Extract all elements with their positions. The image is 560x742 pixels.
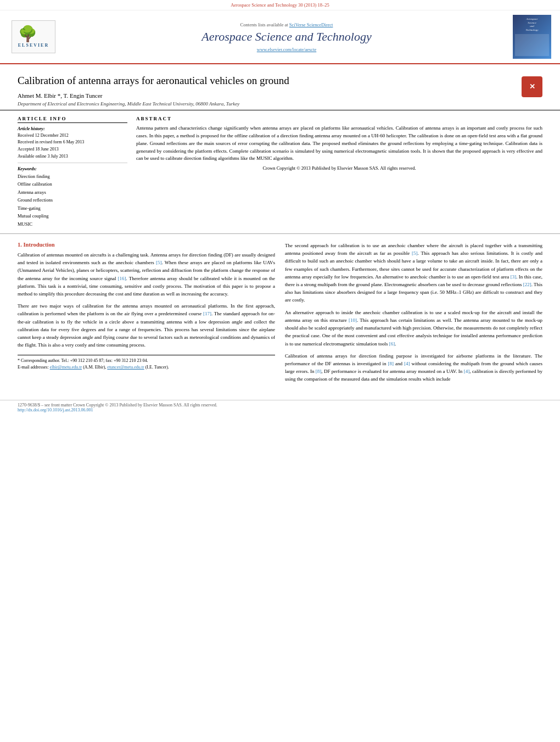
- doi-link[interactable]: http://dx.doi.org/10.1016/j.ast.2013.06.…: [18, 408, 93, 412]
- keyword-1: Direction finding: [18, 172, 127, 180]
- sciverse-link[interactable]: SciVerse ScienceDirect: [289, 22, 333, 27]
- ref-5[interactable]: [5]: [156, 260, 162, 265]
- article-info-heading: ARTICLE INFO: [18, 116, 127, 123]
- keyword-5: Time-gating: [18, 204, 127, 212]
- affiliation: Department of Electrical and Electronics…: [18, 101, 515, 107]
- right-para1: The second approach for calibration is t…: [285, 242, 542, 304]
- article-title: Calibration of antenna arrays for aerona…: [18, 74, 515, 88]
- abstract-section: ABSTRACT Antenna pattern and characteris…: [136, 116, 542, 228]
- ref-4[interactable]: [4]: [404, 361, 410, 366]
- keywords-label: Keywords:: [18, 166, 127, 171]
- two-col-main: 1. Introduction Calibration of antennas …: [18, 242, 542, 388]
- article-title-section: Calibration of antenna arrays for aerona…: [0, 64, 560, 110]
- article-info: ARTICLE INFO Article history: Received 1…: [18, 116, 127, 228]
- ref-3[interactable]: [3]: [511, 274, 517, 280]
- copyright-line: Crown Copyright © 2013 Published by Else…: [136, 165, 542, 171]
- crossmark-icon: ✕: [522, 76, 542, 97]
- contents-available: Contents lists available at SciVerse Sci…: [69, 22, 504, 27]
- logo-image: 🌳 ELSEVIER: [12, 20, 55, 53]
- footnote-area: * Corresponding author. Tel.: +90 312 21…: [18, 355, 275, 372]
- elsevier-text: ELSEVIER: [18, 43, 49, 48]
- keywords-list: Direction finding Offline calibration An…: [18, 172, 127, 228]
- ref-17[interactable]: [17]: [203, 311, 211, 316]
- journal-url[interactable]: www.elsevier.com/locate/aescte: [69, 46, 504, 52]
- tree-icon: 🌳: [18, 26, 49, 42]
- revised-date: Received in revised form 6 May 2013: [18, 139, 127, 146]
- thumb-image: [515, 34, 549, 56]
- issn-line: 1270-9638/$ – see front matter Crown Cop…: [18, 403, 542, 408]
- history-label: Article history:: [18, 126, 127, 131]
- ref-6[interactable]: [6]: [389, 341, 395, 347]
- info-abstract-section: ARTICLE INFO Article history: Received 1…: [0, 110, 560, 234]
- keyword-3: Antenna arrays: [18, 188, 127, 196]
- abstract-text: Antenna pattern and characteristics chan…: [136, 125, 542, 163]
- keyword-6: Mutual coupling: [18, 212, 127, 220]
- intro-para2: There are two major ways of calibration …: [18, 302, 275, 349]
- ref-22[interactable]: [22]: [523, 282, 531, 287]
- article-dates: Received 12 December 2012 Received in re…: [18, 132, 127, 163]
- right-para3: Calibration of antenna arrays for direct…: [285, 352, 542, 383]
- abstract-heading: ABSTRACT: [136, 116, 542, 121]
- journal-header: 🌳 ELSEVIER Contents lists available at S…: [0, 10, 560, 64]
- ref-8[interactable]: [8]: [388, 361, 394, 366]
- journal-reference: Aerospace Science and Technology 30 (201…: [0, 0, 560, 10]
- footnote-email: E-mail addresses: elbir@metu.edu.tr (A.M…: [18, 364, 275, 371]
- and-text: and: [395, 361, 402, 366]
- right-para2: An alternative approach to inside the an…: [285, 309, 542, 348]
- ref-16[interactable]: [16]: [118, 276, 126, 281]
- keyword-4: Ground reflections: [18, 196, 127, 204]
- right-column: The second approach for calibration is t…: [285, 242, 542, 388]
- intro-para1: Calibration of antennas mounted on aircr…: [18, 251, 275, 298]
- bottom-bar: 1270-9638/$ – see front matter Crown Cop…: [0, 400, 560, 415]
- received-date: Received 12 December 2012: [18, 132, 127, 140]
- journal-title: Aerospace Science and Technology: [69, 30, 504, 44]
- keyword-7: MUSIC: [18, 220, 127, 228]
- email-link-2[interactable]: etuncer@metu.edu.tr: [107, 365, 144, 370]
- authors: Ahmet M. Elbir *, T. Engin Tuncer: [18, 92, 515, 99]
- ref-10[interactable]: [10]: [349, 317, 357, 323]
- journal-thumbnail: AerospaceScienceandTechnology: [513, 15, 551, 59]
- email-link-1[interactable]: elbir@metu.edu.tr: [50, 365, 82, 370]
- doi-line: http://dx.doi.org/10.1016/j.ast.2013.06.…: [18, 408, 542, 412]
- journal-center-header: Contents lists available at SciVerse Sci…: [69, 22, 504, 52]
- introduction-heading: 1. Introduction: [18, 242, 275, 248]
- accepted-date: Accepted 18 June 2013: [18, 146, 127, 153]
- ref-5b[interactable]: [5]: [412, 250, 418, 256]
- available-date: Available online 3 July 2013: [18, 153, 127, 160]
- keyword-2: Offline calibration: [18, 180, 127, 188]
- elsevier-logo: 🌳 ELSEVIER: [9, 20, 58, 53]
- footnote-star: * Corresponding author. Tel.: +90 312 21…: [18, 358, 275, 365]
- left-column: 1. Introduction Calibration of antennas …: [18, 242, 275, 388]
- main-content: 1. Introduction Calibration of antennas …: [0, 234, 560, 395]
- ref-4b[interactable]: [4]: [464, 369, 470, 374]
- ref-8b[interactable]: [8]: [316, 369, 322, 374]
